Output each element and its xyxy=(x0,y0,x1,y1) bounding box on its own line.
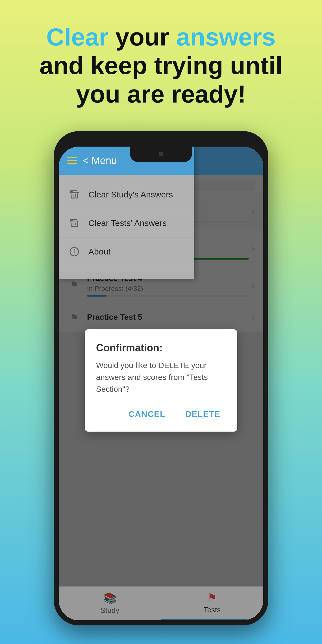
cancel-button[interactable]: Cancel xyxy=(123,406,171,422)
header-section: Clear your answers and keep trying until… xyxy=(0,0,322,125)
sidebar-hamburger-icon[interactable] xyxy=(67,157,77,164)
phone-frame: st VicRoads < Menu Instructions: xyxy=(54,131,268,625)
header-line2: and keep trying until xyxy=(17,51,305,80)
delete-button[interactable]: Delete xyxy=(180,406,226,422)
dialog-title: Confirmation: xyxy=(96,342,226,354)
confirmation-dialog: Confirmation: Would you like to DELETE y… xyxy=(85,329,237,432)
dialog-message: Would you like to DELETE your answers an… xyxy=(96,360,226,395)
sidebar-menu-label[interactable]: < Menu xyxy=(83,155,117,167)
phone-wrapper: st VicRoads < Menu Instructions: xyxy=(54,131,268,625)
dialog-actions: Cancel Delete xyxy=(96,406,226,422)
phone-notch xyxy=(130,147,192,162)
camera-dot xyxy=(159,152,163,156)
header-clear-word: Clear xyxy=(46,23,108,51)
header-line1: Clear your answers xyxy=(17,23,305,51)
header-line3: you are ready! xyxy=(17,80,305,108)
screen: st VicRoads < Menu Instructions: xyxy=(59,147,263,620)
header-answers-word: answers xyxy=(176,23,276,51)
dialog-overlay: Confirmation: Would you like to DELETE y… xyxy=(59,175,263,586)
side-button-2 xyxy=(268,250,268,272)
side-button-1 xyxy=(268,216,268,238)
app-content: st VicRoads < Menu Instructions: xyxy=(59,147,263,620)
